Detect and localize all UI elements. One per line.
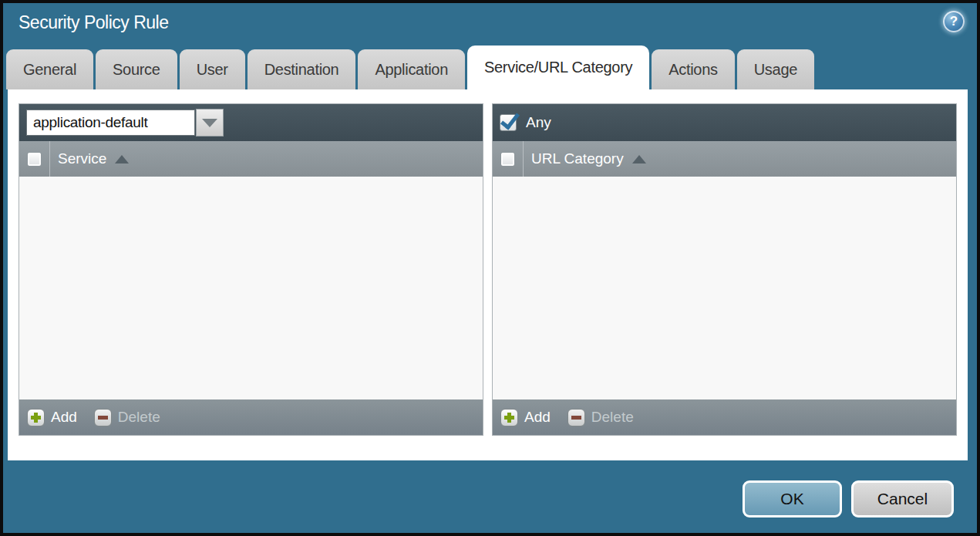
tab-general[interactable]: General bbox=[6, 49, 93, 89]
url-category-add-icon[interactable] bbox=[500, 409, 518, 426]
service-type-dropdown-button[interactable] bbox=[196, 109, 224, 137]
sort-ascending-icon[interactable] bbox=[632, 155, 646, 163]
help-icon[interactable]: ? bbox=[943, 11, 965, 32]
any-checkbox[interactable] bbox=[500, 114, 517, 131]
service-delete-icon[interactable] bbox=[94, 409, 112, 426]
url-category-delete-icon[interactable] bbox=[567, 409, 585, 426]
tab-destination[interactable]: Destination bbox=[248, 49, 356, 89]
service-delete-button: Delete bbox=[118, 409, 160, 426]
service-panel-footer: Add Delete bbox=[19, 399, 483, 435]
tab-actions[interactable]: Actions bbox=[652, 49, 735, 89]
url-category-select-all-checkbox[interactable] bbox=[500, 152, 515, 167]
url-category-panel-topbar: Any bbox=[493, 104, 956, 141]
dialog-title: Security Policy Rule bbox=[19, 12, 169, 33]
tab-service-url-category[interactable]: Service/URL Category bbox=[467, 46, 649, 89]
dialog-action-buttons: OK Cancel bbox=[743, 480, 954, 517]
service-select-all-checkbox[interactable] bbox=[27, 152, 42, 167]
ok-button[interactable]: OK bbox=[743, 480, 842, 517]
url-category-table-header: URL Category bbox=[493, 141, 956, 177]
tab-content: application-default Service Add Delete bbox=[8, 89, 968, 460]
url-category-select-all-cell bbox=[493, 141, 524, 177]
tab-usage[interactable]: Usage bbox=[737, 49, 814, 89]
tab-bar: General Source User Destination Applicat… bbox=[6, 49, 814, 89]
url-category-panel: Any URL Category Add Delete bbox=[492, 103, 957, 436]
url-category-add-button[interactable]: Add bbox=[524, 409, 551, 426]
service-select-all-cell bbox=[19, 141, 50, 177]
sort-ascending-icon[interactable] bbox=[115, 155, 129, 163]
any-row: Any bbox=[500, 114, 551, 131]
url-category-delete-button: Delete bbox=[591, 409, 634, 426]
url-category-table-body[interactable] bbox=[493, 177, 956, 399]
service-panel: application-default Service Add Delete bbox=[19, 103, 483, 436]
service-add-button[interactable]: Add bbox=[51, 409, 77, 426]
chevron-down-icon bbox=[202, 119, 217, 127]
cancel-button[interactable]: Cancel bbox=[851, 480, 954, 517]
service-add-icon[interactable] bbox=[27, 409, 45, 426]
url-category-panel-footer: Add Delete bbox=[493, 399, 956, 435]
service-column-header[interactable]: Service bbox=[58, 150, 106, 167]
service-panel-topbar: application-default bbox=[19, 104, 483, 141]
tab-application[interactable]: Application bbox=[358, 49, 465, 89]
security-policy-rule-dialog: Security Policy Rule ? General Source Us… bbox=[0, 0, 980, 536]
any-label: Any bbox=[526, 114, 551, 131]
tab-source[interactable]: Source bbox=[96, 49, 177, 89]
service-table-header: Service bbox=[19, 141, 483, 177]
url-category-column-header[interactable]: URL Category bbox=[531, 150, 624, 167]
service-table-body[interactable] bbox=[19, 177, 483, 399]
tab-user[interactable]: User bbox=[180, 49, 245, 89]
service-type-value[interactable]: application-default bbox=[26, 110, 195, 136]
service-type-combobox: application-default bbox=[26, 109, 224, 137]
